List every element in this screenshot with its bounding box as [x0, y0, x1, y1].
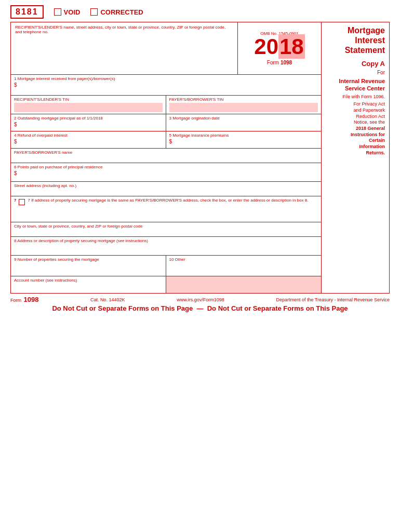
footer-top: Form 1098 Cat. No. 14402K www.irs.gov/Fo…: [10, 296, 390, 303]
year-display: 2018: [254, 36, 304, 58]
form-code-box: 8181: [10, 5, 44, 19]
box6-label: 6 Points paid on purchase of principal r…: [14, 165, 318, 169]
account-input[interactable]: [166, 276, 322, 293]
year-prefix: 20: [254, 34, 278, 59]
privacy-line7: Certain: [326, 138, 385, 144]
privacy-line4: Notice, see the: [326, 119, 385, 126]
footer-form-num: 1098: [24, 296, 39, 303]
corrected-checkbox-item[interactable]: CORRECTED: [90, 8, 143, 16]
footer-dept: Department of the Treasury - Internal Re…: [276, 297, 390, 302]
tin-row: RECIPIENT'S/LENDER'S TIN PAYER'S/BORROWE…: [11, 96, 321, 114]
payer-tin-input[interactable]: [169, 103, 318, 112]
box10-cell: 10 Other: [166, 256, 322, 276]
box8-row: 8 Address or description of property sec…: [11, 237, 321, 256]
account-label: Account number (see instructions): [14, 278, 163, 283]
privacy-line1: For Privacy Act: [326, 101, 385, 108]
footer-dash: —: [197, 304, 204, 312]
box4-cell: 4 Refund of overpaid interest $: [11, 131, 166, 148]
box5-label: 5 Mortgage insurance premiums: [169, 133, 318, 138]
recipient-tin-cell: RECIPIENT'S/LENDER'S TIN: [11, 96, 166, 114]
box6-row: 6 Points paid on purchase of principal r…: [11, 163, 321, 182]
void-label: VOID: [64, 8, 81, 16]
main-form: RECIPIENT'S/LENDER'S name, street addres…: [10, 22, 390, 294]
box9-label: 9 Number of properties securing the mort…: [14, 257, 163, 262]
form-label-small: Form: [267, 60, 279, 65]
header-row: 8181 VOID CORRECTED: [10, 5, 390, 19]
box4-dollar: $: [14, 139, 163, 144]
payer-tin-cell: PAYER'S/BORROWER'S TIN: [166, 96, 322, 114]
street-address-row: Street address (including apt. no.): [11, 182, 321, 196]
box3-label: 3 Mortgage origination date: [169, 116, 318, 121]
privacy-line2: and Paperwork: [326, 108, 385, 114]
form-title: Mortgage Interest Statement: [326, 25, 385, 56]
box2-cell: 2 Outstanding mortgage principal as of 1…: [11, 114, 166, 131]
footer-form-label: Form 1098: [10, 296, 38, 303]
box8-label: 8 Address or description of property sec…: [14, 238, 318, 243]
footer-cat-no: Cat. No. 14402K: [90, 297, 125, 302]
year-suffix: 18: [278, 34, 305, 59]
form-left: RECIPIENT'S/LENDER'S name, street addres…: [11, 22, 322, 293]
corrected-label: CORRECTED: [100, 8, 143, 16]
box7-checkbox[interactable]: [19, 199, 25, 205]
copy-a: Copy A: [326, 60, 385, 68]
box910-row: 9 Number of properties securing the mort…: [11, 256, 321, 276]
privacy-line9: Returns.: [326, 150, 385, 156]
file-with-text: File with Form 1096.: [326, 94, 385, 99]
title-line2: Interest: [326, 35, 385, 45]
box3-cell: 3 Mortgage origination date: [166, 114, 322, 131]
irs-line1: Internal Revenue: [326, 77, 385, 85]
corrected-checkbox[interactable]: [90, 8, 98, 16]
footer-form-word: Form: [10, 298, 21, 303]
do-not-cut-left: Do Not Cut or Separate Forms on This Pag…: [52, 304, 193, 312]
payer-name-label: PAYER'S/BORROWER'S name: [14, 150, 318, 155]
box7-number: 7: [14, 198, 16, 203]
privacy-line3: Reduction Act: [326, 114, 385, 120]
footer-website: www.irs.gov/Form1098: [177, 297, 224, 302]
box45-row: 4 Refund of overpaid interest $ 5 Mortga…: [11, 131, 321, 149]
city-row: City or town, state or province, country…: [11, 222, 321, 237]
irs-line2: Service Center: [326, 85, 385, 92]
box1-label: 1 Mortgage interest received from payer(…: [14, 76, 318, 81]
privacy-text: For Privacy Act and Paperwork Reduction …: [326, 101, 385, 156]
year-block: OMB No. 1545-0901 2018 Form 1098: [238, 22, 321, 74]
for-text: For: [326, 70, 385, 75]
box9-cell: 9 Number of properties securing the mort…: [11, 256, 166, 276]
box5-dollar: $: [169, 139, 318, 144]
recipient-info-cell: RECIPIENT'S/LENDER'S name, street addres…: [11, 22, 238, 74]
form-name-small: Form 1098: [267, 60, 292, 65]
form-right: Mortgage Interest Statement Copy A For I…: [322, 22, 389, 293]
box1-dollar: $: [14, 82, 318, 88]
box23-row: 2 Outstanding mortgage principal as of 1…: [11, 114, 321, 131]
recipient-tin-input[interactable]: [14, 103, 163, 112]
form-code: 8181: [16, 7, 38, 16]
footer-do-not-cut: Do Not Cut or Separate Forms on This Pag…: [10, 304, 390, 312]
privacy-line5: 2018 General: [326, 126, 385, 132]
privacy-line8: Information: [326, 144, 385, 150]
box2-dollar: $: [14, 122, 163, 127]
box7-label: 7 If address of property securing mortga…: [28, 198, 318, 203]
privacy-line6: Instructions for: [326, 132, 385, 138]
title-line1: Mortgage: [326, 25, 385, 35]
void-corrected-row: VOID CORRECTED: [54, 8, 143, 16]
account-row: Account number (see instructions): [11, 276, 321, 293]
box7-row: 7 7 If address of property securing mort…: [11, 196, 321, 222]
void-checkbox[interactable]: [54, 8, 61, 16]
city-label: City or town, state or province, country…: [14, 224, 318, 229]
irs-service-center: Internal Revenue Service Center: [326, 77, 385, 92]
recipient-tin-label: RECIPIENT'S/LENDER'S TIN: [14, 97, 163, 102]
form-number-small: 1098: [281, 60, 292, 65]
form-footer: Form 1098 Cat. No. 14402K www.irs.gov/Fo…: [10, 296, 390, 312]
recipient-info-label: RECIPIENT'S/LENDER'S name, street addres…: [15, 25, 225, 34]
box2-label: 2 Outstanding mortgage principal as of 1…: [14, 116, 163, 121]
box4-label: 4 Refund of overpaid interest: [14, 133, 163, 138]
title-line3: Statement: [326, 45, 385, 55]
void-checkbox-item[interactable]: VOID: [54, 8, 81, 16]
box1-section: 1 Mortgage interest received from payer(…: [11, 75, 321, 96]
payer-tin-label: PAYER'S/BORROWER'S TIN: [169, 97, 318, 102]
do-not-cut-right: Do Not Cut or Separate Forms on This Pag…: [207, 304, 348, 312]
box5-cell: 5 Mortgage insurance premiums $: [166, 131, 322, 148]
box6-dollar: $: [14, 170, 318, 176]
top-section: RECIPIENT'S/LENDER'S name, street addres…: [11, 22, 321, 75]
box10-label: 10 Other: [169, 257, 318, 262]
payer-name-row: PAYER'S/BORROWER'S name: [11, 149, 321, 163]
